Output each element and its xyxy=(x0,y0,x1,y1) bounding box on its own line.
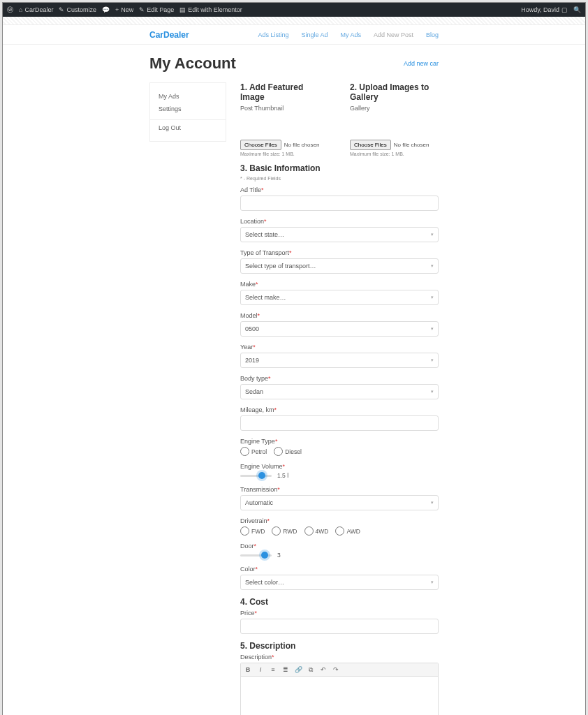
editor-body[interactable] xyxy=(241,677,438,715)
nav-ads-listing[interactable]: Ads Listing xyxy=(258,31,288,38)
make-select[interactable]: Select make…▾ xyxy=(240,290,439,305)
edit-page-link[interactable]: ✎Edit Page xyxy=(139,6,174,13)
dt-awd[interactable]: AWD xyxy=(335,526,360,536)
form-main: 1. Add Featured Image Post Thumbnail Cho… xyxy=(240,82,439,715)
required-note: * - Required Fields xyxy=(240,176,439,181)
chevron-down-icon: ▾ xyxy=(431,580,434,585)
code-icon[interactable]: ⧉ xyxy=(307,665,315,674)
gallery-hint: Maximum file size: 1 MB. xyxy=(350,152,439,156)
body-select[interactable]: Sedan▾ xyxy=(240,384,439,399)
edit-elementor-link[interactable]: ▤Edit with Elementor xyxy=(179,6,242,13)
transport-label: Type of Transport* xyxy=(240,249,439,256)
ol-icon[interactable]: ≣ xyxy=(281,665,290,674)
pencil-icon: ✎ xyxy=(139,6,145,13)
section-cost-title: 4. Cost xyxy=(240,597,439,607)
undo-icon[interactable]: ↶ xyxy=(319,665,328,674)
engine-vol-label: Engine Volume* xyxy=(240,463,439,470)
dt-rwd[interactable]: RWD xyxy=(272,526,297,536)
bold-icon[interactable]: B xyxy=(244,665,252,674)
site-name[interactable]: ⌂CarDealer xyxy=(19,6,53,13)
price-label: Price* xyxy=(240,610,439,617)
mileage-input[interactable] xyxy=(240,415,439,431)
transmission-select[interactable]: Automatic▾ xyxy=(240,495,439,510)
section-basic-title: 3. Basic Information xyxy=(240,163,439,173)
sidebar-my-ads[interactable]: My Ads xyxy=(150,90,226,103)
gallery-sub: Gallery xyxy=(350,105,439,112)
description-editor: B I ≡ ≣ 🔗 ⧉ ↶ ↷ xyxy=(240,663,439,715)
chevron-down-icon: ▾ xyxy=(431,500,434,506)
featured-file-status: No file chosen xyxy=(284,142,320,148)
page-title: My Account xyxy=(149,54,236,73)
make-label: Make* xyxy=(240,281,439,288)
section-desc-title: 5. Description xyxy=(240,641,439,651)
sidebar-logout[interactable]: Log Out xyxy=(150,119,226,134)
chevron-down-icon: ▾ xyxy=(431,358,434,363)
nav-my-ads[interactable]: My Ads xyxy=(340,31,361,38)
ad-title-label: Ad Title* xyxy=(240,186,439,193)
chevron-down-icon: ▾ xyxy=(431,263,434,269)
nav-single-ad[interactable]: Single Ad xyxy=(301,31,328,38)
drivetrain-label: Drivetrain* xyxy=(240,517,439,524)
door-slider[interactable] xyxy=(240,554,272,556)
slider-thumb[interactable] xyxy=(258,472,265,479)
redo-icon[interactable]: ↷ xyxy=(332,665,340,674)
engine-diesel[interactable]: Diesel xyxy=(274,447,302,456)
model-label: Model* xyxy=(240,312,439,319)
section-gallery-title: 2. Upload Images to Gallery xyxy=(350,82,439,102)
customize-link[interactable]: ✎Customize xyxy=(59,6,96,13)
section-featured-title: 1. Add Featured Image xyxy=(240,82,329,102)
dt-4wd[interactable]: 4WD xyxy=(304,526,329,536)
chevron-down-icon: ▾ xyxy=(431,232,434,237)
comment-icon: 💬 xyxy=(102,6,110,13)
wp-admin-bar: ⓦ ⌂CarDealer ✎Customize 💬 +New ✎Edit Pag… xyxy=(3,3,585,17)
site-header: CarDealer Ads Listing Single Ad My Ads A… xyxy=(3,25,585,45)
door-value: 3 xyxy=(277,552,281,559)
home-icon: ⌂ xyxy=(19,6,22,13)
ul-icon[interactable]: ≡ xyxy=(269,665,277,674)
description-label: Description* xyxy=(240,654,439,661)
nav-blog[interactable]: Blog xyxy=(426,31,439,38)
avatar-icon: ▢ xyxy=(561,6,568,13)
user-greeting[interactable]: Howdy, David ▢ xyxy=(521,6,568,13)
transport-select[interactable]: Select type of transport…▾ xyxy=(240,258,439,274)
chevron-down-icon: ▾ xyxy=(431,326,434,332)
italic-icon[interactable]: I xyxy=(256,665,265,674)
year-label: Year* xyxy=(240,344,439,351)
engine-vol-value: 1.5 l xyxy=(277,472,288,479)
wp-logo-icon[interactable]: ⓦ xyxy=(7,6,13,15)
price-input[interactable] xyxy=(240,619,439,634)
nav-add-new-post[interactable]: Add New Post xyxy=(374,31,413,38)
engine-type-label: Engine Type* xyxy=(240,438,439,445)
editor-toolbar: B I ≡ ≣ 🔗 ⧉ ↶ ↷ xyxy=(241,663,438,677)
color-label: Color* xyxy=(240,566,439,573)
elementor-icon: ▤ xyxy=(179,6,186,13)
mileage-label: Mileage, km* xyxy=(240,406,439,413)
chevron-down-icon: ▾ xyxy=(431,389,434,395)
location-select[interactable]: Select state…▾ xyxy=(240,227,439,242)
add-new-car-link[interactable]: Add new car xyxy=(404,60,439,67)
slider-thumb[interactable] xyxy=(261,552,268,559)
engine-vol-slider[interactable] xyxy=(240,475,272,477)
color-select[interactable]: Select color…▾ xyxy=(240,575,439,590)
main-nav: Ads Listing Single Ad My Ads Add New Pos… xyxy=(258,31,439,38)
dt-fwd[interactable]: FWD xyxy=(240,526,265,536)
search-icon[interactable]: 🔍 xyxy=(573,6,581,13)
year-select[interactable]: 2019▾ xyxy=(240,353,439,368)
gallery-choose-button[interactable]: Choose Files xyxy=(350,140,391,150)
account-sidebar: My Ads Settings Log Out xyxy=(149,82,226,142)
sidebar-settings[interactable]: Settings xyxy=(150,103,226,115)
gallery-file-status: No file chosen xyxy=(394,142,429,148)
featured-sub: Post Thumbnail xyxy=(240,105,329,112)
engine-petrol[interactable]: Petrol xyxy=(240,447,267,456)
comments-link[interactable]: 💬 xyxy=(102,6,110,13)
new-link[interactable]: +New xyxy=(115,6,133,13)
brush-icon: ✎ xyxy=(59,6,64,13)
model-select[interactable]: 0500▾ xyxy=(240,321,439,337)
brand-logo[interactable]: CarDealer xyxy=(149,30,189,40)
location-label: Location* xyxy=(240,218,439,225)
plus-icon: + xyxy=(115,6,119,13)
featured-choose-button[interactable]: Choose Files xyxy=(240,140,281,150)
featured-hint: Maximum file size: 1 MB. xyxy=(240,152,329,156)
link-icon[interactable]: 🔗 xyxy=(294,665,302,674)
ad-title-input[interactable] xyxy=(240,196,439,211)
